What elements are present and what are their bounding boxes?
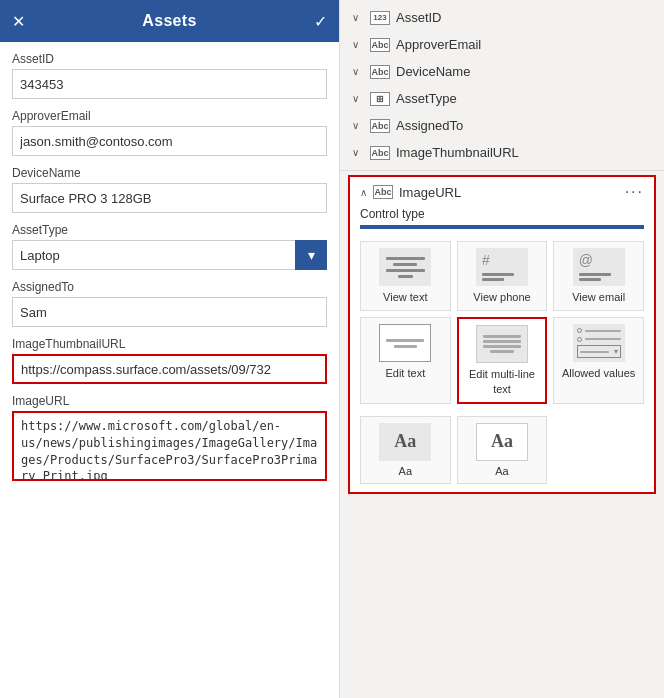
field-label-approveremail: ApproverEmail	[12, 109, 327, 123]
control-label-view-phone: View phone	[473, 290, 530, 304]
control-item-view-text[interactable]: View text	[360, 241, 451, 311]
aa-text-2: Aa	[491, 431, 513, 452]
close-icon[interactable]: ✕	[12, 12, 25, 31]
type-icon-approveremail: Abc	[370, 38, 390, 52]
type-icon-imageurl: Abc	[373, 185, 393, 199]
field-textarea-imageurl[interactable]: https://www.microsoft.com/global/en-us/n…	[12, 411, 327, 481]
field-input-devicename[interactable]	[12, 183, 327, 213]
left-panel: ✕ Assets ✓ AssetID ApproverEmail DeviceN…	[0, 0, 340, 698]
edit-multiline-text-icon	[476, 325, 528, 363]
aa-label-1: Aa	[399, 465, 412, 477]
right-field-name-imagethumbnailurl: ImageThumbnailURL	[396, 145, 652, 160]
control-item-edit-text[interactable]: Edit text	[360, 317, 451, 404]
control-label-view-email: View email	[572, 290, 625, 304]
view-email-icon: @	[573, 248, 625, 286]
aa-text-1: Aa	[394, 431, 416, 452]
bottom-control-row: Aa Aa Aa Aa	[350, 412, 654, 492]
allowed-values-icon: ▾	[573, 324, 625, 362]
control-item-aa-2[interactable]: Aa Aa	[457, 416, 548, 484]
control-label-view-text: View text	[383, 290, 427, 304]
imageurl-section: ∧ Abc ImageURL ··· Control type View tex…	[348, 175, 656, 494]
type-icon-assignedto: Abc	[370, 119, 390, 133]
field-input-approveremail[interactable]	[12, 126, 327, 156]
field-label-assetid: AssetID	[12, 52, 327, 66]
right-field-name-devicename: DeviceName	[396, 64, 652, 79]
control-type-label: Control type	[350, 207, 654, 225]
edit-text-icon	[379, 324, 431, 362]
field-input-assetid[interactable]	[12, 69, 327, 99]
field-group-imagethumbnailurl: ImageThumbnailURL	[12, 337, 327, 384]
control-item-view-phone[interactable]: # View phone	[457, 241, 548, 311]
type-icon-assettype: ⊞	[370, 92, 390, 106]
imageurl-field-name: ImageURL	[399, 185, 619, 200]
control-item-aa-1[interactable]: Aa Aa	[360, 416, 451, 484]
field-input-assignedto[interactable]	[12, 297, 327, 327]
field-label-imageurl: ImageURL	[12, 394, 327, 408]
type-icon-assetid: 123	[370, 11, 390, 25]
chevron-icon: ∨	[352, 147, 364, 158]
right-field-row-devicename[interactable]: ∨ Abc DeviceName	[340, 58, 664, 85]
control-item-edit-multiline-text[interactable]: Edit multi-line text	[457, 317, 548, 404]
aa-icon-1: Aa	[379, 423, 431, 461]
right-panel: ∨ 123 AssetID ∨ Abc ApproverEmail ∨ Abc …	[340, 0, 664, 698]
chevron-icon: ∨	[352, 39, 364, 50]
type-icon-devicename: Abc	[370, 65, 390, 79]
imageurl-header: ∧ Abc ImageURL ···	[350, 177, 654, 207]
view-text-icon	[379, 248, 431, 286]
type-icon-imagethumbnailurl: Abc	[370, 146, 390, 160]
fields-list: ∨ 123 AssetID ∨ Abc ApproverEmail ∨ Abc …	[340, 0, 664, 171]
field-group-devicename: DeviceName	[12, 166, 327, 213]
left-body: AssetID ApproverEmail DeviceName AssetTy…	[0, 42, 339, 698]
imageurl-menu-icon[interactable]: ···	[625, 183, 644, 201]
right-field-row-assetid[interactable]: ∨ 123 AssetID	[340, 4, 664, 31]
chevron-icon: ∨	[352, 120, 364, 131]
right-field-name-approveremail: ApproverEmail	[396, 37, 652, 52]
right-field-row-imagethumbnailurl[interactable]: ∨ Abc ImageThumbnailURL	[340, 139, 664, 166]
control-type-bar	[360, 225, 644, 229]
right-field-name-assetid: AssetID	[396, 10, 652, 25]
field-group-assignedto: AssignedTo	[12, 280, 327, 327]
right-field-row-approveremail[interactable]: ∨ Abc ApproverEmail	[340, 31, 664, 58]
assettype-select[interactable]: Laptop	[12, 240, 327, 270]
field-label-assignedto: AssignedTo	[12, 280, 327, 294]
field-group-assetid: AssetID	[12, 52, 327, 99]
field-group-assettype: AssetType Laptop	[12, 223, 327, 270]
left-header: ✕ Assets ✓	[0, 0, 339, 42]
control-label-allowed-values: Allowed values	[562, 366, 635, 380]
check-icon[interactable]: ✓	[314, 12, 327, 31]
aa-label-2: Aa	[495, 465, 508, 477]
control-item-allowed-values[interactable]: ▾ Allowed values	[553, 317, 644, 404]
chevron-icon: ∨	[352, 93, 364, 104]
field-label-assettype: AssetType	[12, 223, 327, 237]
field-label-imagethumbnailurl: ImageThumbnailURL	[12, 337, 327, 351]
field-group-approveremail: ApproverEmail	[12, 109, 327, 156]
field-group-imageurl: ImageURL https://www.microsoft.com/globa…	[12, 394, 327, 484]
assettype-select-wrapper: Laptop	[12, 240, 327, 270]
control-label-edit-text: Edit text	[385, 366, 425, 380]
aa-icon-2: Aa	[476, 423, 528, 461]
view-phone-icon: #	[476, 248, 528, 286]
right-field-row-assettype[interactable]: ∨ ⊞ AssetType	[340, 85, 664, 112]
field-input-imagethumbnailurl[interactable]	[12, 354, 327, 384]
control-type-grid: View text # View phone @ View email	[350, 237, 654, 412]
chevron-icon: ∨	[352, 66, 364, 77]
chevron-icon: ∨	[352, 12, 364, 23]
right-field-name-assettype: AssetType	[396, 91, 652, 106]
panel-title: Assets	[142, 12, 196, 30]
imageurl-chevron-icon[interactable]: ∧	[360, 187, 367, 198]
control-item-view-email[interactable]: @ View email	[553, 241, 644, 311]
right-field-row-assignedto[interactable]: ∨ Abc AssignedTo	[340, 112, 664, 139]
field-label-devicename: DeviceName	[12, 166, 327, 180]
right-field-name-assignedto: AssignedTo	[396, 118, 652, 133]
control-label-edit-multiline-text: Edit multi-line text	[463, 367, 542, 396]
